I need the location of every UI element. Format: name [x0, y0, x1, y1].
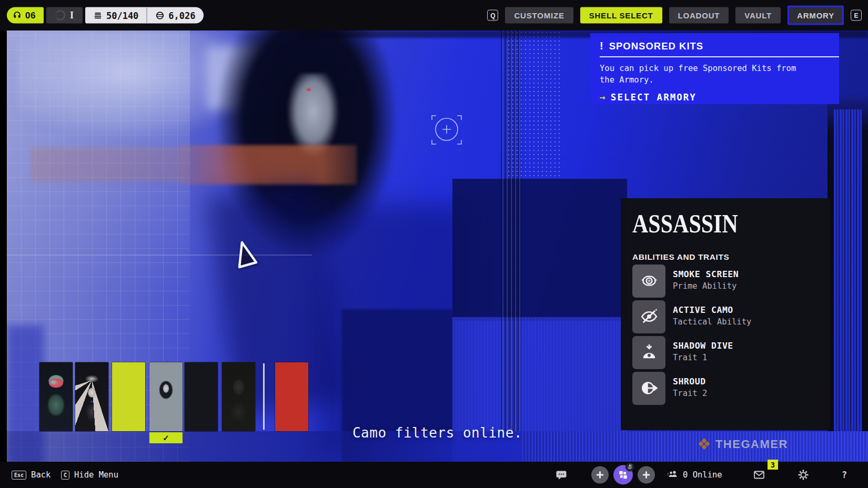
- shell-thumb-dome-helmet-flag[interactable]: [275, 362, 308, 431]
- alert-glyph: !: [600, 40, 603, 52]
- party-avatar-icon: [618, 470, 628, 480]
- add-party-slot-right[interactable]: [638, 466, 655, 484]
- tab-customize[interactable]: CUSTOMIZE: [505, 7, 573, 24]
- sponsored-kits-body: You can pick up free Sponsored Kits from…: [600, 63, 806, 86]
- shell-name: ASSASSIN: [632, 210, 738, 238]
- character-eye-glow: [307, 88, 311, 91]
- ability-text: SHADOW DIVE Trait 1: [673, 336, 733, 369]
- scene-art-layer: [522, 431, 868, 462]
- player-status-group: 06 I 50/140 6,026: [7, 7, 204, 24]
- mic-muted-icon: [625, 463, 634, 472]
- level-badge: 06: [7, 7, 44, 24]
- check-icon: ✓: [163, 433, 169, 443]
- bottom-bar: Esc Back C Hide Menu 0 Online 3 ?: [0, 462, 868, 488]
- c-keycap: C: [61, 471, 69, 480]
- resources-display: 50/140 6,026: [85, 7, 204, 24]
- shell-thumb-cross-faced-android[interactable]: [185, 362, 218, 431]
- chat-button[interactable]: [556, 470, 567, 481]
- roster-divider: [263, 363, 265, 430]
- chat-bubble-icon: [556, 470, 567, 481]
- shell-thumb-obscured-figure[interactable]: [222, 362, 255, 431]
- gear-icon: [798, 469, 809, 481]
- ability-text: ACTIVE CAMO Tactical Ability: [673, 300, 751, 333]
- mail-button[interactable]: [753, 470, 765, 480]
- ability-row-shroud: SHROUD Trait 2: [632, 372, 830, 405]
- ability-slot: Trait 1: [673, 353, 733, 362]
- ability-text: SMOKE SCREEN Prime Ability: [673, 265, 739, 298]
- sponsored-kits-header: ! SPONSORED KITS: [600, 40, 830, 52]
- selected-shell-slot: ✓: [149, 362, 183, 431]
- header-rule: [600, 56, 839, 57]
- add-slot-icon: [642, 471, 650, 479]
- abilities-section-title: ABILITIES AND TRAITS: [632, 252, 830, 262]
- arrow-right-icon: →: [600, 92, 605, 103]
- online-count-label: 0 Online: [683, 470, 722, 480]
- selected-check-indicator: ✓: [149, 432, 183, 443]
- shell-thumb-dark-visor-orange-rig[interactable]: [112, 362, 145, 431]
- online-counter[interactable]: 0 Online: [667, 470, 722, 480]
- ability-row-shadow-dive: SHADOW DIVE Trait 1: [632, 336, 830, 369]
- shroud-orb-icon: [632, 372, 665, 405]
- top-bar: 06 I 50/140 6,026 Q CUSTOMIZE SHELL SELE…: [0, 0, 868, 30]
- shell-thumb-crowned-pale-figure[interactable]: [75, 362, 108, 431]
- back-button[interactable]: Esc Back: [12, 470, 51, 480]
- tab-vault[interactable]: VAULT: [735, 7, 781, 24]
- select-armory-label: SELECT ARMORY: [611, 92, 697, 103]
- stack-icon: [93, 11, 103, 20]
- shells-counter: 50/140: [85, 7, 146, 24]
- eye-slash-icon: [632, 300, 665, 333]
- scene-art-layer: [452, 179, 627, 321]
- hide-menu-button[interactable]: C Hide Menu: [61, 470, 118, 480]
- ring-icon: [55, 11, 65, 21]
- envelope-icon: [753, 470, 765, 480]
- add-party-slot-left[interactable]: [591, 466, 609, 484]
- status-message: Camo filters online.: [352, 425, 522, 441]
- scene-halftone-column: [507, 30, 562, 178]
- back-label: Back: [31, 470, 51, 480]
- ability-name: ACTIVE CAMO: [673, 305, 751, 315]
- thegamer-watermark: ❖ THEGAMER: [697, 436, 788, 452]
- ability-slot: Trait 2: [673, 389, 707, 398]
- esc-keycap: Esc: [12, 471, 26, 480]
- sponsored-kits-title: SPONSORED KITS: [609, 40, 704, 52]
- hide-menu-label: Hide Menu: [74, 470, 118, 480]
- scene-art-layer: [180, 145, 357, 185]
- tab-loadout[interactable]: LOADOUT: [669, 7, 729, 24]
- diamond-cluster-icon: ❖: [697, 436, 711, 452]
- rank-badge: I: [46, 7, 83, 24]
- ability-name: SHADOW DIVE: [673, 341, 733, 351]
- scene-art-layer: [31, 147, 183, 182]
- shell-thumb-hooded-assassin-selected[interactable]: [149, 362, 183, 431]
- credits-count: 6,026: [168, 10, 195, 21]
- select-armory-link[interactable]: → SELECT ARMORY: [600, 92, 830, 103]
- ability-name: SMOKE SCREEN: [673, 269, 739, 279]
- ability-name: SHROUD: [673, 377, 707, 387]
- shadow-dive-icon: [632, 336, 665, 369]
- rank-value: I: [70, 10, 74, 21]
- tab-armory[interactable]: ARMORY: [788, 6, 844, 25]
- key-hint-q: Q: [487, 10, 498, 21]
- add-slot-icon: [596, 471, 604, 479]
- party-slots: [591, 465, 655, 485]
- ability-slot: Tactical Ability: [673, 317, 751, 327]
- key-hint-e: E: [851, 10, 862, 21]
- ability-text: SHROUD Trait 2: [673, 372, 707, 405]
- scene-glitch-column: [834, 109, 862, 462]
- watermark-label: THEGAMER: [715, 438, 788, 451]
- help-button[interactable]: ?: [842, 470, 847, 480]
- settings-button[interactable]: [798, 469, 809, 481]
- mail-count-badge: 3: [768, 460, 778, 470]
- main-tab-bar: Q CUSTOMIZE SHELL SELECT LOADOUT VAULT A…: [487, 6, 862, 25]
- sponsored-kits-panel: ! SPONSORED KITS You can pick up free Sp…: [590, 33, 839, 104]
- party-member-avatar[interactable]: [613, 465, 633, 485]
- ability-slot: Prime Ability: [673, 281, 739, 291]
- people-icon: [667, 470, 678, 480]
- shell-thumb-pilot-orange-visor[interactable]: [39, 362, 73, 431]
- ability-row-active-camo: ACTIVE CAMO Tactical Ability: [632, 300, 830, 333]
- shell-details-panel: ASSASSIN ABILITIES AND TRAITS SMOKE SCRE…: [621, 198, 830, 430]
- level-value: 06: [25, 10, 36, 21]
- coin-icon: [155, 11, 165, 20]
- shell-preview-scene: ! SPONSORED KITS You can pick up free Sp…: [7, 30, 868, 462]
- respirator-icon: [632, 265, 665, 298]
- tab-shell-select[interactable]: SHELL SELECT: [580, 7, 662, 24]
